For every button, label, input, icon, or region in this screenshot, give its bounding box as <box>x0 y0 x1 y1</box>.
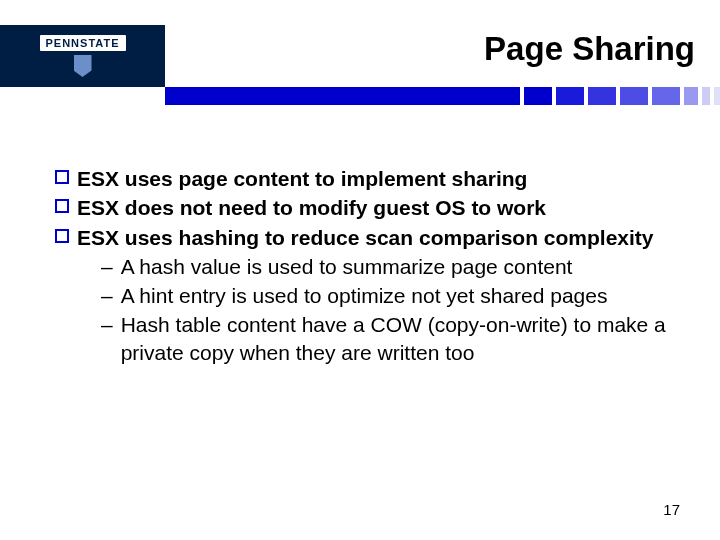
logo-text: PENNSTATE <box>40 35 126 51</box>
bullet-text: ESX does not need to modify guest OS to … <box>77 194 546 221</box>
bullet-item: ESX uses page content to implement shari… <box>55 165 670 192</box>
dash-icon: – <box>101 311 113 338</box>
shield-icon <box>74 55 92 77</box>
sub-bullet-list: – A hash value is used to summarize page… <box>101 253 670 366</box>
sub-bullet-item: – A hint entry is used to optimize not y… <box>101 282 670 309</box>
sub-bullet-text: A hint entry is used to optimize not yet… <box>121 282 608 309</box>
square-bullet-icon <box>55 199 69 213</box>
slide-content: ESX uses page content to implement shari… <box>0 105 720 366</box>
bullet-text: ESX uses page content to implement shari… <box>77 165 527 192</box>
pennstate-logo: PENNSTATE <box>0 25 165 87</box>
sub-bullet-item: – A hash value is used to summarize page… <box>101 253 670 280</box>
slide-title: Page Sharing <box>484 30 695 68</box>
decorative-stripe <box>165 87 720 105</box>
page-number: 17 <box>663 501 680 518</box>
sub-bullet-item: – Hash table content have a COW (copy-on… <box>101 311 670 366</box>
bullet-text: ESX uses hashing to reduce scan comparis… <box>77 224 654 251</box>
slide-header: PENNSTATE Page Sharing <box>0 0 720 105</box>
square-bullet-icon <box>55 170 69 184</box>
bullet-item: ESX does not need to modify guest OS to … <box>55 194 670 221</box>
dash-icon: – <box>101 253 113 280</box>
dash-icon: – <box>101 282 113 309</box>
square-bullet-icon <box>55 229 69 243</box>
bullet-item: ESX uses hashing to reduce scan comparis… <box>55 224 670 251</box>
sub-bullet-text: Hash table content have a COW (copy-on-w… <box>121 311 670 366</box>
sub-bullet-text: A hash value is used to summarize page c… <box>121 253 573 280</box>
